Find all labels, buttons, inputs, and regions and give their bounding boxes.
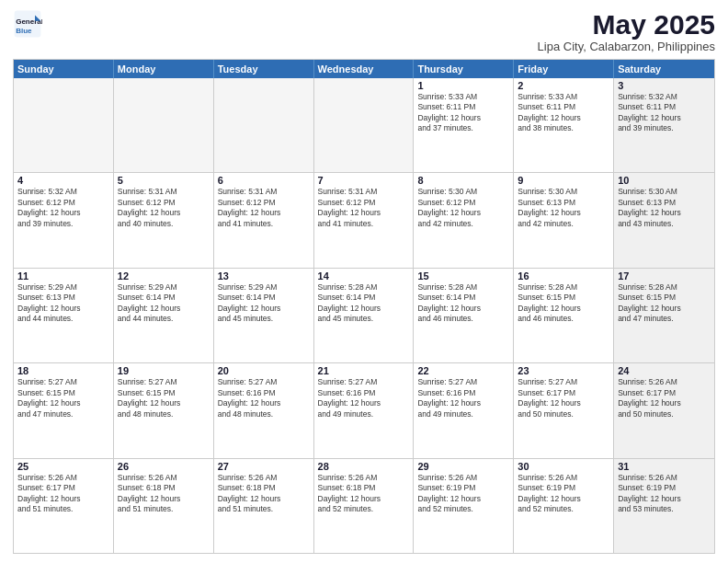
calendar-cell [14, 78, 114, 172]
day-number: 25 [17, 461, 109, 472]
day-info: Sunrise: 5:33 AM Sunset: 6:11 PM Dayligh… [518, 92, 609, 134]
page-subtitle: Lipa City, Calabarzon, Philippines [538, 40, 715, 53]
day-info: Sunrise: 5:26 AM Sunset: 6:19 PM Dayligh… [518, 473, 609, 515]
day-number: 31 [618, 461, 711, 472]
calendar-cell: 14Sunrise: 5:28 AM Sunset: 6:14 PM Dayli… [314, 269, 415, 362]
day-number: 3 [618, 80, 711, 91]
day-number: 26 [118, 461, 210, 472]
day-number: 20 [218, 365, 310, 376]
day-info: Sunrise: 5:26 AM Sunset: 6:17 PM Dayligh… [618, 377, 711, 419]
calendar-cell: 17Sunrise: 5:28 AM Sunset: 6:15 PM Dayli… [614, 269, 714, 362]
calendar-cell: 8Sunrise: 5:30 AM Sunset: 6:12 PM Daylig… [414, 173, 514, 267]
day-info: Sunrise: 5:31 AM Sunset: 6:12 PM Dayligh… [218, 187, 310, 229]
calendar-cell: 13Sunrise: 5:29 AM Sunset: 6:14 PM Dayli… [214, 269, 314, 362]
day-number: 5 [118, 175, 210, 186]
header: General Blue General Blue May 2025 Lipa … [13, 9, 715, 53]
day-number: 27 [218, 461, 310, 472]
calendar-header-cell: Monday [114, 60, 214, 78]
calendar-body: 1Sunrise: 5:33 AM Sunset: 6:11 PM Daylig… [14, 78, 714, 553]
calendar-cell: 2Sunrise: 5:33 AM Sunset: 6:11 PM Daylig… [514, 78, 614, 172]
calendar-cell: 25Sunrise: 5:26 AM Sunset: 6:17 PM Dayli… [14, 459, 114, 553]
calendar-cell: 19Sunrise: 5:27 AM Sunset: 6:15 PM Dayli… [114, 363, 214, 457]
day-info: Sunrise: 5:27 AM Sunset: 6:15 PM Dayligh… [17, 377, 109, 419]
day-info: Sunrise: 5:30 AM Sunset: 6:13 PM Dayligh… [518, 187, 609, 229]
day-info: Sunrise: 5:27 AM Sunset: 6:16 PM Dayligh… [218, 377, 310, 419]
day-info: Sunrise: 5:28 AM Sunset: 6:14 PM Dayligh… [318, 282, 410, 325]
calendar-header-cell: Saturday [614, 60, 714, 78]
day-number: 22 [417, 365, 509, 376]
calendar-cell: 4Sunrise: 5:32 AM Sunset: 6:12 PM Daylig… [14, 173, 114, 267]
day-number: 19 [118, 365, 210, 376]
calendar-header-cell: Sunday [14, 60, 114, 78]
day-number: 23 [518, 365, 609, 376]
calendar-header-cell: Friday [514, 60, 614, 78]
day-number: 12 [118, 270, 210, 282]
day-info: Sunrise: 5:26 AM Sunset: 6:18 PM Dayligh… [118, 473, 210, 515]
day-number: 1 [417, 80, 509, 91]
day-number: 17 [618, 270, 711, 282]
calendar-cell: 29Sunrise: 5:26 AM Sunset: 6:19 PM Dayli… [414, 459, 514, 553]
calendar-row: 11Sunrise: 5:29 AM Sunset: 6:13 PM Dayli… [14, 268, 714, 362]
title-block: May 2025 Lipa City, Calabarzon, Philippi… [538, 9, 715, 53]
day-number: 16 [518, 270, 609, 282]
day-info: Sunrise: 5:26 AM Sunset: 6:19 PM Dayligh… [618, 473, 711, 515]
logo: General Blue General Blue [13, 9, 42, 39]
calendar-cell: 27Sunrise: 5:26 AM Sunset: 6:18 PM Dayli… [214, 459, 314, 553]
day-info: Sunrise: 5:29 AM Sunset: 6:14 PM Dayligh… [218, 282, 310, 325]
calendar-cell: 21Sunrise: 5:27 AM Sunset: 6:16 PM Dayli… [314, 363, 415, 457]
calendar-cell: 24Sunrise: 5:26 AM Sunset: 6:17 PM Dayli… [614, 363, 714, 457]
calendar-cell: 31Sunrise: 5:26 AM Sunset: 6:19 PM Dayli… [614, 459, 714, 553]
calendar-cell: 28Sunrise: 5:26 AM Sunset: 6:18 PM Dayli… [314, 459, 415, 553]
day-number: 30 [518, 461, 609, 472]
day-number: 11 [17, 270, 109, 282]
calendar-cell: 6Sunrise: 5:31 AM Sunset: 6:12 PM Daylig… [214, 173, 314, 267]
calendar-cell [314, 78, 415, 172]
calendar-cell [114, 78, 214, 172]
calendar-cell: 11Sunrise: 5:29 AM Sunset: 6:13 PM Dayli… [14, 269, 114, 362]
calendar-row: 1Sunrise: 5:33 AM Sunset: 6:11 PM Daylig… [14, 78, 714, 172]
calendar-cell: 9Sunrise: 5:30 AM Sunset: 6:13 PM Daylig… [514, 173, 614, 267]
day-info: Sunrise: 5:28 AM Sunset: 6:15 PM Dayligh… [618, 282, 711, 325]
calendar-cell: 7Sunrise: 5:31 AM Sunset: 6:12 PM Daylig… [314, 173, 415, 267]
day-number: 24 [618, 365, 711, 376]
day-info: Sunrise: 5:30 AM Sunset: 6:13 PM Dayligh… [618, 187, 711, 229]
calendar-row: 4Sunrise: 5:32 AM Sunset: 6:12 PM Daylig… [14, 172, 714, 267]
day-number: 18 [17, 365, 109, 376]
calendar-cell [214, 78, 314, 172]
day-info: Sunrise: 5:31 AM Sunset: 6:12 PM Dayligh… [118, 187, 210, 229]
day-number: 2 [518, 80, 609, 91]
calendar-cell: 30Sunrise: 5:26 AM Sunset: 6:19 PM Dayli… [514, 459, 614, 553]
page-title: May 2025 [538, 9, 715, 40]
page: General Blue General Blue May 2025 Lipa … [0, 0, 728, 563]
calendar-header-cell: Thursday [414, 60, 514, 78]
day-info: Sunrise: 5:26 AM Sunset: 6:18 PM Dayligh… [218, 473, 310, 515]
day-info: Sunrise: 5:29 AM Sunset: 6:13 PM Dayligh… [17, 282, 109, 325]
calendar-cell: 26Sunrise: 5:26 AM Sunset: 6:18 PM Dayli… [114, 459, 214, 553]
calendar-cell: 16Sunrise: 5:28 AM Sunset: 6:15 PM Dayli… [514, 269, 614, 362]
calendar-cell: 22Sunrise: 5:27 AM Sunset: 6:16 PM Dayli… [414, 363, 514, 457]
day-number: 7 [318, 175, 410, 186]
calendar-cell: 5Sunrise: 5:31 AM Sunset: 6:12 PM Daylig… [114, 173, 214, 267]
day-info: Sunrise: 5:28 AM Sunset: 6:14 PM Dayligh… [417, 282, 509, 325]
day-number: 4 [17, 175, 109, 186]
day-number: 29 [417, 461, 509, 472]
day-number: 14 [318, 270, 410, 282]
day-info: Sunrise: 5:33 AM Sunset: 6:11 PM Dayligh… [417, 92, 509, 134]
day-info: Sunrise: 5:31 AM Sunset: 6:12 PM Dayligh… [318, 187, 410, 229]
day-info: Sunrise: 5:30 AM Sunset: 6:12 PM Dayligh… [417, 187, 509, 229]
day-info: Sunrise: 5:27 AM Sunset: 6:15 PM Dayligh… [118, 377, 210, 419]
day-info: Sunrise: 5:26 AM Sunset: 6:19 PM Dayligh… [417, 473, 509, 515]
day-number: 10 [618, 175, 711, 186]
day-info: Sunrise: 5:32 AM Sunset: 6:11 PM Dayligh… [618, 92, 711, 134]
calendar-cell: 23Sunrise: 5:27 AM Sunset: 6:17 PM Dayli… [514, 363, 614, 457]
calendar-header-cell: Tuesday [214, 60, 314, 78]
day-info: Sunrise: 5:26 AM Sunset: 6:18 PM Dayligh… [318, 473, 410, 515]
calendar-row: 25Sunrise: 5:26 AM Sunset: 6:17 PM Dayli… [14, 458, 714, 553]
day-number: 9 [518, 175, 609, 186]
day-number: 21 [318, 365, 410, 376]
calendar-cell: 1Sunrise: 5:33 AM Sunset: 6:11 PM Daylig… [414, 78, 514, 172]
day-info: Sunrise: 5:28 AM Sunset: 6:15 PM Dayligh… [518, 282, 609, 325]
calendar-cell: 18Sunrise: 5:27 AM Sunset: 6:15 PM Dayli… [14, 363, 114, 457]
logo-icon: General Blue [13, 9, 42, 39]
day-number: 28 [318, 461, 410, 472]
